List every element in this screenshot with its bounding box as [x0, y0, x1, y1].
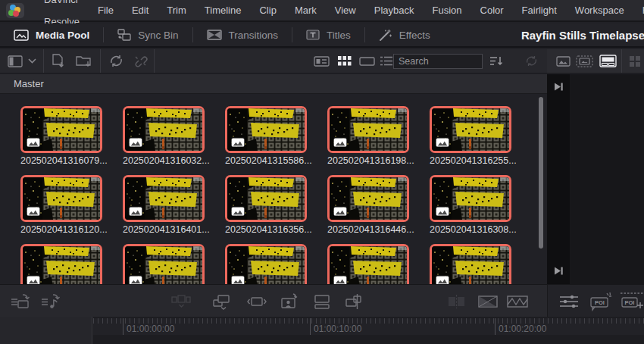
clip-image [20, 244, 102, 284]
import-media-button[interactable] [48, 49, 68, 73]
clip-thumbnail[interactable]: 202502041315586... [225, 106, 307, 175]
effects-icon [379, 29, 392, 42]
davinci-resolve-logo[interactable] [6, 3, 24, 18]
tab-label: Transitions [229, 30, 279, 41]
edit-function-bar: POI POI [0, 284, 644, 317]
timecode-label: 01:00:10:00 [314, 324, 361, 334]
insert-video-only-button[interactable] [11, 285, 32, 317]
clip-image [430, 244, 511, 284]
close-up-button[interactable] [279, 285, 300, 317]
menu-item[interactable]: Clip [250, 0, 285, 21]
jump-to-end-icon[interactable] [553, 81, 564, 92]
smart-insert-button[interactable] [171, 285, 191, 317]
vertical-scrollbar[interactable] [539, 97, 543, 249]
menu-bar: DaVinci Resolve File Edit Trim Timeline … [0, 0, 644, 22]
clip-image [225, 175, 307, 222]
page-tab-bar: Media Pool Sync Bin Transitions Titles [0, 23, 644, 48]
clip-thumbnail[interactable]: 202502041316401... [123, 175, 205, 244]
clip-thumbnail[interactable]: 202502041316446... [327, 175, 409, 244]
still-image-badge [231, 137, 245, 147]
clip-thumbnail[interactable] [327, 244, 409, 284]
clip-image [327, 106, 409, 153]
place-on-top-button[interactable] [312, 285, 332, 317]
clip-thumbnail[interactable]: 202502041316032... [123, 106, 205, 175]
still-image-badge [333, 206, 347, 216]
clip-thumbnail[interactable]: 202502041316356... [225, 175, 307, 244]
source-overwrite-button[interactable] [344, 285, 364, 317]
clip-thumbnail[interactable]: 202502041316255... [430, 106, 511, 175]
thumbnail-view-button[interactable] [335, 49, 355, 73]
poi-marker-button[interactable]: POI [588, 285, 612, 317]
clip-image [327, 175, 409, 222]
still-image-badge [333, 275, 347, 284]
menu-item[interactable]: Playback [365, 0, 424, 21]
bin-list-toggle-button[interactable] [6, 49, 24, 73]
search-input[interactable] [393, 54, 483, 69]
menu-item[interactable]: View [326, 0, 365, 21]
clip-thumbnail[interactable]: 202502041316120... [20, 175, 102, 244]
tab-label: Media Pool [36, 30, 89, 41]
clip-thumbnail[interactable] [225, 244, 307, 284]
clip-thumbnail[interactable]: 202502041316079... [20, 106, 102, 175]
menu-item[interactable]: Fairlight [513, 0, 566, 21]
menu-item[interactable]: Fusion [423, 0, 470, 21]
ripple-overwrite-button[interactable] [247, 285, 267, 317]
filmstrip-view-button[interactable] [356, 49, 377, 73]
tab-media-pool[interactable]: Media Pool [0, 23, 103, 46]
menu-item[interactable]: Trim [158, 0, 195, 21]
tab-sync-bin[interactable]: Sync Bin [104, 23, 192, 46]
timecode-ruler[interactable]: 01:00:00:00 01:00:10:00 01:00:20:00 [93, 318, 644, 335]
tab-titles[interactable]: Titles [292, 23, 364, 46]
menu-item[interactable]: Workspace [566, 0, 633, 21]
still-image-badge [129, 275, 142, 284]
resync-bin-button[interactable] [105, 49, 127, 73]
poi-add-button[interactable]: POI [620, 285, 644, 317]
still-image-badge [436, 206, 449, 216]
menu-item[interactable]: Mark [286, 0, 326, 21]
append-clip-button[interactable] [212, 285, 232, 317]
transitions-icon [207, 30, 222, 40]
major-tick [123, 318, 123, 335]
sort-button[interactable] [486, 49, 506, 73]
timeline-ruler-strip: 01:00:00:00 01:00:10:00 01:00:20:00 [0, 317, 644, 344]
tools-adjust-button[interactable] [559, 285, 579, 317]
clip-thumbnail[interactable]: 202502041316198... [327, 106, 409, 175]
clip-thumbnail[interactable] [20, 244, 102, 284]
tab-transitions[interactable]: Transitions [193, 23, 292, 46]
timeline-side-panel-body [570, 74, 644, 284]
clip-thumbnail[interactable] [123, 244, 205, 284]
major-tick [495, 318, 496, 335]
metadata-view-button[interactable] [311, 49, 332, 73]
menu-item[interactable]: File [89, 0, 123, 21]
clip-image [123, 175, 205, 222]
divider [100, 49, 101, 73]
keyframe-curve-button[interactable] [506, 285, 529, 317]
menu-item[interactable]: Timeline [195, 0, 251, 21]
menu-item[interactable]: Color [471, 0, 513, 21]
clip-thumbnail[interactable] [430, 244, 511, 284]
menu-item[interactable]: Edit [123, 0, 158, 21]
import-folder-button[interactable] [73, 49, 94, 73]
grid-layout-button[interactable] [627, 49, 643, 73]
clip-name: 202502041316120... [20, 224, 102, 235]
insert-audio-only-button[interactable] [41, 285, 62, 317]
clip-grid: 202502041316079... [0, 95, 547, 284]
relink-media-button[interactable] [130, 49, 151, 73]
tab-label: Effects [399, 30, 430, 41]
tab-effects[interactable]: Effects [365, 23, 444, 46]
menu-item[interactable]: Help [633, 0, 644, 21]
tab-label: Sync Bin [138, 30, 178, 41]
transition-button[interactable] [477, 285, 499, 317]
refresh-button[interactable] [521, 49, 541, 73]
dual-screen-layout-button[interactable] [597, 49, 618, 73]
clip-thumbnail[interactable]: 202502041316308... [430, 175, 511, 244]
still-image-badge [27, 137, 40, 147]
filmstrip-select-button[interactable] [574, 49, 595, 73]
jump-to-end-icon[interactable] [553, 265, 564, 277]
chevron-down-icon[interactable] [27, 49, 37, 73]
split-clip-button[interactable] [447, 285, 467, 317]
still-image-badge [333, 137, 347, 147]
media-pool-content: 202502041316079... [0, 95, 547, 284]
image-view-button[interactable] [553, 49, 573, 73]
still-image-badge [129, 137, 142, 147]
